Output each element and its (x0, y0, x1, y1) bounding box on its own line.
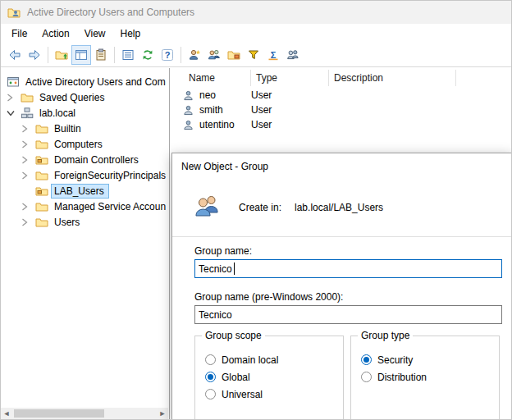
tree-item-users[interactable]: Users (1, 214, 169, 230)
group-name-label: Group name: (194, 245, 502, 257)
radio-label: Security (377, 354, 413, 366)
group-name-pre2000-input[interactable] (194, 305, 502, 324)
tree-item-box: Domain Controllers (51, 153, 144, 167)
export-list-icon[interactable] (118, 45, 138, 65)
chevron-right-icon[interactable] (21, 140, 35, 148)
new-object-group-dialog: New Object - Group Create in: lab.local/… (171, 153, 512, 420)
tree-item-box: Builtin (51, 121, 86, 136)
organizational-unit-icon (35, 153, 51, 167)
back-icon[interactable] (5, 45, 25, 65)
new-user-icon[interactable] (185, 45, 204, 65)
tree-item-builtin[interactable]: Builtin (1, 121, 169, 136)
cell-type: User (251, 119, 329, 130)
list-header: Name Type Description (171, 68, 511, 88)
group-name-input-wrap (194, 259, 502, 278)
tree-item-saved-queries[interactable]: Saved Queries (1, 89, 169, 105)
tree-item-root[interactable]: Active Directory Users and Com (1, 74, 169, 89)
chevron-right-icon[interactable] (21, 156, 35, 164)
text-caret (234, 262, 235, 275)
list-row-utentino[interactable]: utentino User (171, 117, 511, 132)
tree-item-foreign-security-principals[interactable]: ForeignSecurityPrincipals (1, 167, 169, 183)
group-name-pre2000-input-wrap (194, 305, 502, 324)
tree-item-box: Computers (51, 137, 107, 152)
folder-icon (35, 216, 51, 229)
user-icon (183, 105, 194, 116)
column-header-description[interactable]: Description (329, 70, 456, 86)
user-icon (183, 120, 194, 130)
chevron-right-icon[interactable] (21, 218, 35, 226)
tree-item-label: Users (52, 217, 82, 228)
chevron-right-icon[interactable] (21, 125, 35, 133)
dialog-header: Create in: lab.local/LAB_Users (172, 178, 512, 237)
radio-icon (205, 354, 216, 365)
radio-label: Domain local (222, 354, 278, 366)
tree-item-box: Managed Service Accoun (51, 199, 170, 214)
group-scope-box: Group scope Domain local Global Universa… (194, 336, 344, 420)
menu-view[interactable]: View (77, 25, 113, 42)
tree-item-label: lab.local (37, 107, 78, 119)
chevron-down-icon[interactable] (7, 110, 21, 116)
tree-item-lab-local[interactable]: lab.local (1, 105, 169, 121)
cell-type: User (251, 89, 329, 101)
scrollbar-thumb[interactable] (14, 409, 104, 418)
tree-item-computers[interactable]: Computers (1, 136, 169, 152)
group-name-input[interactable] (194, 259, 502, 278)
window-title: Active Directory Users and Computers (27, 7, 194, 18)
menu-action[interactable]: Action (34, 25, 76, 42)
scroll-left-icon[interactable]: ◄ (1, 408, 12, 419)
cell-name: smith (199, 104, 251, 116)
chevron-right-icon[interactable] (7, 94, 21, 102)
tree-item-box: Active Directory Users and Com (22, 75, 170, 89)
menu-file[interactable]: File (4, 25, 34, 42)
radio-security[interactable]: Security (361, 351, 499, 368)
cell-name: neo (199, 89, 251, 101)
tree-item-box: LAB_Users (51, 184, 109, 199)
toolbar-separator (48, 47, 48, 63)
help-icon[interactable]: ? (158, 45, 177, 65)
app-icon (7, 6, 21, 19)
find-objects-icon[interactable] (283, 45, 303, 65)
horizontal-scrollbar[interactable]: ◄ ► (1, 408, 168, 419)
radio-distribution[interactable]: Distribution (361, 368, 499, 386)
up-one-level-icon[interactable] (52, 45, 71, 65)
chevron-right-icon[interactable] (21, 203, 35, 211)
tree-item-domain-controllers[interactable]: Domain Controllers (1, 152, 169, 167)
radio-icon (205, 372, 216, 382)
toolbar-separator (181, 47, 181, 63)
radio-domain-local[interactable]: Domain local (205, 351, 343, 368)
tree-item-box: Saved Queries (36, 90, 109, 105)
tree-item-managed-service-accounts[interactable]: Managed Service Accoun (1, 199, 169, 214)
properties-icon[interactable] (91, 45, 111, 65)
show-console-tree-icon[interactable] (71, 45, 91, 65)
tree-item-lab-users[interactable]: LAB_Users (1, 183, 169, 199)
filter-options-icon[interactable]: Σ (263, 45, 283, 65)
forward-icon[interactable] (25, 45, 44, 65)
folder-icon (35, 200, 51, 213)
tree-item-box: lab.local (36, 106, 80, 121)
tree-item-label: Computers (52, 139, 105, 150)
toolbar-separator (114, 47, 115, 63)
refresh-icon[interactable] (138, 45, 158, 65)
group-type-title: Group type (358, 330, 413, 341)
menu-bar: File Action View Help (1, 24, 511, 43)
domain-icon (21, 107, 36, 120)
scroll-right-icon[interactable]: ► (157, 408, 168, 419)
tree-item-label: Builtin (52, 123, 84, 135)
cell-name: utentino (199, 119, 251, 130)
group-scope-title: Group scope (202, 330, 265, 341)
new-ou-icon[interactable] (224, 45, 244, 65)
tree-item-label: Saved Queries (37, 92, 107, 103)
list-row-smith[interactable]: smith User (171, 103, 511, 117)
list-row-neo[interactable]: neo User (171, 88, 511, 103)
radio-label: Universal (222, 389, 263, 400)
tree-item-label: Managed Service Accoun (52, 201, 168, 212)
radio-global[interactable]: Global (205, 368, 343, 386)
menu-help[interactable]: Help (113, 25, 149, 42)
radio-universal[interactable]: Universal (205, 386, 343, 403)
filter-icon[interactable] (244, 45, 263, 65)
radio-icon (361, 354, 372, 365)
column-header-type[interactable]: Type (251, 70, 329, 86)
chevron-right-icon[interactable] (21, 171, 35, 180)
new-group-icon[interactable] (204, 45, 224, 65)
column-header-name[interactable]: Name (171, 70, 251, 86)
